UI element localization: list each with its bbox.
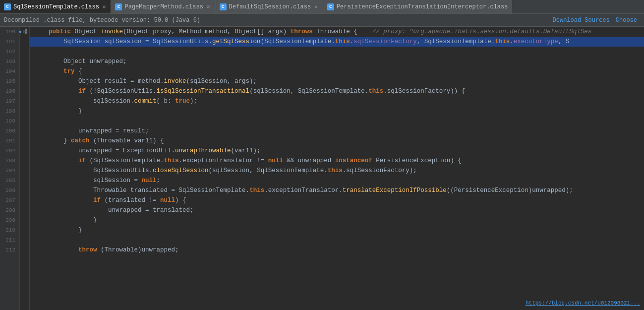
ln-197: 197 xyxy=(2,96,15,106)
code-line-209: } xyxy=(30,215,644,225)
tab-icon-4: C xyxy=(327,3,334,10)
gutter-210 xyxy=(20,225,29,235)
code-line-206: Throwable translated = SqlSessionTemplat… xyxy=(30,186,644,195)
code-line-195: Object result = method.invoke(sqlSession… xyxy=(30,76,644,86)
tab-bar: C SqlSessionTemplate.class ✕ C PageMappe… xyxy=(0,0,644,14)
tab-sqls-template[interactable]: C SqlSessionTemplate.class ✕ xyxy=(0,0,111,13)
tab-icon-3: C xyxy=(220,3,227,10)
ln-190: 190 xyxy=(2,27,15,37)
ln-210: 210 xyxy=(2,225,15,235)
code-line-191: SqlSession sqlSession = SqlSessionUtils.… xyxy=(30,37,644,47)
tab-close-3[interactable]: ✕ xyxy=(313,3,319,10)
ln-205: 205 xyxy=(2,176,15,186)
tab-label-2: PageMapperMethod.class xyxy=(124,3,203,10)
code-line-198: } xyxy=(30,106,644,116)
code-line-204: SqlSessionUtils.closeSqlSession(sqlSessi… xyxy=(30,166,644,176)
info-bar: Decompiled .class file, bytecode version… xyxy=(0,14,644,27)
gutter-196 xyxy=(20,86,29,96)
gutter-192 xyxy=(20,47,29,57)
ln-208: 208 xyxy=(2,205,15,215)
ln-207: 207 xyxy=(2,195,15,205)
info-bar-right: Download Sources Choose xyxy=(550,16,640,25)
ln-198: 198 xyxy=(2,106,15,116)
tab-close-2[interactable]: ✕ xyxy=(206,3,211,10)
gutter-191 xyxy=(20,37,29,47)
ln-204: 204 xyxy=(2,166,15,176)
ln-206: 206 xyxy=(2,186,15,195)
gutter: ● ! @ – xyxy=(20,27,30,310)
tab-close-1[interactable]: ✕ xyxy=(102,3,107,10)
ln-203: 203 xyxy=(2,156,15,166)
code-line-194: try { xyxy=(30,66,644,76)
ln-194: 194 xyxy=(2,66,15,76)
code-line-211 xyxy=(30,235,644,245)
code-line-200: unwrapped = result; xyxy=(30,126,644,136)
gutter-199 xyxy=(20,116,29,126)
code-line-193: Object unwrapped; xyxy=(30,57,644,66)
gutter-201 xyxy=(20,136,29,146)
gutter-197 xyxy=(20,96,29,106)
gutter-195 xyxy=(20,76,29,86)
code-line-212: throw (Throwable)unwrapped; xyxy=(30,245,644,255)
bottom-link[interactable]: https://blog.csdn.net/u012098021... xyxy=(526,300,640,306)
choose-button[interactable]: Choose xyxy=(613,16,640,25)
gutter-190: ● ! @ – xyxy=(20,27,29,37)
code-line-205: sqlSession = null; xyxy=(30,176,644,186)
ln-209: 209 xyxy=(2,215,15,225)
ln-199: 199 xyxy=(2,116,15,126)
decompiled-info: Decompiled .class file, bytecode version… xyxy=(4,17,200,24)
ln-201: 201 xyxy=(2,136,15,146)
ln-191: 191 xyxy=(2,37,15,47)
code-line-201: } catch (Throwable var11) { xyxy=(30,136,644,146)
code-line-199 xyxy=(30,116,644,126)
download-sources-button[interactable]: Download Sources xyxy=(550,16,613,25)
ln-202: 202 xyxy=(2,146,15,156)
code-area: 190 191 192 193 194 195 196 197 198 199 … xyxy=(0,27,644,310)
code-line-196: if (!SqlSessionUtils.isSqlSessionTransac… xyxy=(30,86,644,96)
code-line-203: if (SqlSessionTemplate.this.exceptionTra… xyxy=(30,156,644,166)
gutter-203 xyxy=(20,156,29,166)
ln-196: 196 xyxy=(2,86,15,96)
gutter-204 xyxy=(20,166,29,176)
tab-label-3: DefaultSqlSession.class xyxy=(229,3,311,10)
code-line-190: public Object invoke(Object proxy, Metho… xyxy=(30,27,644,37)
code-line-202: unwrapped = ExceptionUtil.unwrapThrowabl… xyxy=(30,146,644,156)
ln-193: 193 xyxy=(2,57,15,66)
ln-200: 200 xyxy=(2,126,15,136)
tab-icon-1: C xyxy=(4,3,11,10)
ln-195: 195 xyxy=(2,76,15,86)
line-numbers: 190 191 192 193 194 195 196 197 198 199 … xyxy=(0,27,20,310)
code-line-197: sqlSession.commit( b: true); xyxy=(30,96,644,106)
gutter-205 xyxy=(20,176,29,186)
tab-page-mapper[interactable]: C PageMapperMethod.class ✕ xyxy=(111,0,215,13)
tab-icon-2: C xyxy=(115,3,122,10)
ln-192: 192 xyxy=(2,47,15,57)
info-bar-left: Decompiled .class file, bytecode version… xyxy=(4,17,200,24)
gutter-209 xyxy=(20,215,29,225)
gutter-206 xyxy=(20,186,29,195)
tab-persistence-interceptor[interactable]: C PersistenceExceptionTranslationInterce… xyxy=(323,0,513,13)
code-line-192 xyxy=(30,47,644,57)
gutter-200 xyxy=(20,126,29,136)
code-line-210: } xyxy=(30,225,644,235)
tab-default-sqls[interactable]: C DefaultSqlSession.class ✕ xyxy=(216,0,323,13)
code-content[interactable]: public Object invoke(Object proxy, Metho… xyxy=(30,27,644,310)
tab-label-1: SqlSessionTemplate.class xyxy=(13,3,99,10)
code-line-208: unwrapped = translated; xyxy=(30,205,644,215)
gutter-208 xyxy=(20,205,29,215)
ln-211: 211 xyxy=(2,235,15,245)
code-line-207: if (translated != null) { xyxy=(30,195,644,205)
gutter-212 xyxy=(20,245,29,255)
tab-label-4: PersistenceExceptionTranslationIntercept… xyxy=(337,3,508,10)
gutter-211 xyxy=(20,235,29,245)
gutter-207 xyxy=(20,195,29,205)
gutter-193 xyxy=(20,57,29,66)
gutter-194 xyxy=(20,66,29,76)
gutter-198 xyxy=(20,106,29,116)
ln-212: 212 xyxy=(2,245,15,255)
gutter-202 xyxy=(20,146,29,156)
